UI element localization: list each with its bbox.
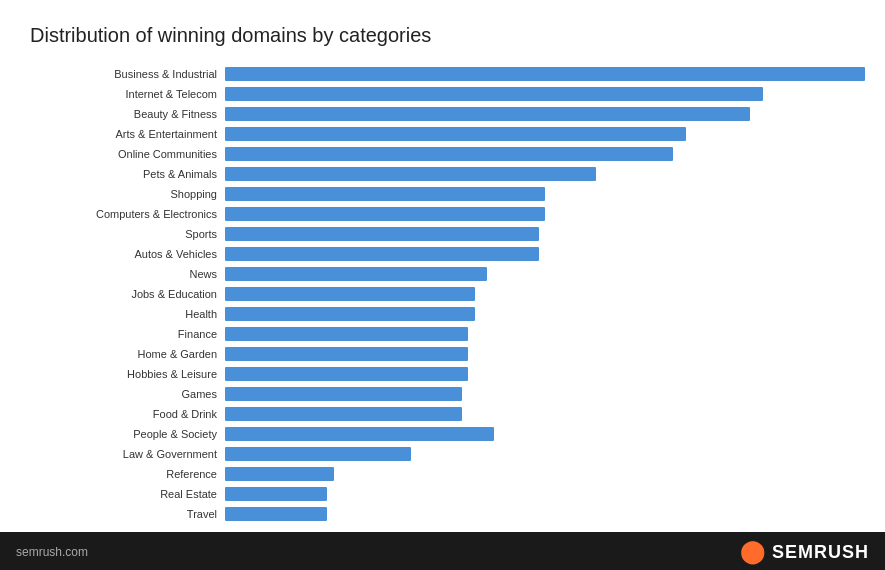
semrush-logo: ⬤ SEMRUSH	[740, 539, 869, 565]
bar-track	[225, 127, 865, 141]
bar-row: News	[30, 265, 865, 282]
bar-label: Hobbies & Leisure	[30, 368, 225, 380]
bar-fill	[225, 327, 468, 341]
bar-row: Arts & Entertainment	[30, 125, 865, 142]
chart-area: Business & IndustrialInternet & TelecomB…	[20, 65, 865, 522]
bar-row: Pets & Animals	[30, 165, 865, 182]
bar-track	[225, 247, 865, 261]
bar-track	[225, 87, 865, 101]
bar-fill	[225, 507, 327, 521]
bar-row: Real Estate	[30, 485, 865, 502]
bar-fill	[225, 267, 487, 281]
bar-row: Autos & Vehicles	[30, 245, 865, 262]
bar-row: Reference	[30, 465, 865, 482]
semrush-icon: ⬤	[740, 539, 766, 565]
bar-track	[225, 487, 865, 501]
bar-fill	[225, 307, 475, 321]
bar-track	[225, 407, 865, 421]
bar-track	[225, 287, 865, 301]
bar-track	[225, 67, 865, 81]
bar-row: Food & Drink	[30, 405, 865, 422]
bar-label: Business & Industrial	[30, 68, 225, 80]
bar-row: Jobs & Education	[30, 285, 865, 302]
bar-row: Hobbies & Leisure	[30, 365, 865, 382]
bar-label: Computers & Electronics	[30, 208, 225, 220]
bar-label: Beauty & Fitness	[30, 108, 225, 120]
bar-label: Travel	[30, 508, 225, 520]
bar-fill	[225, 407, 462, 421]
bar-row: Business & Industrial	[30, 65, 865, 82]
chart-container: Distribution of winning domains by categ…	[0, 0, 885, 532]
bar-track	[225, 387, 865, 401]
bar-label: Food & Drink	[30, 408, 225, 420]
bar-label: Online Communities	[30, 148, 225, 160]
bar-label: Shopping	[30, 188, 225, 200]
bar-fill	[225, 447, 411, 461]
bar-fill	[225, 167, 596, 181]
bar-row: Sports	[30, 225, 865, 242]
bar-row: Internet & Telecom	[30, 85, 865, 102]
bar-track	[225, 467, 865, 481]
bar-fill	[225, 287, 475, 301]
bar-row: Finance	[30, 325, 865, 342]
bar-fill	[225, 87, 763, 101]
bar-track	[225, 447, 865, 461]
bar-label: News	[30, 268, 225, 280]
bar-row: Games	[30, 385, 865, 402]
bar-track	[225, 227, 865, 241]
bar-fill	[225, 367, 468, 381]
bar-track	[225, 347, 865, 361]
bar-label: Health	[30, 308, 225, 320]
bar-label: People & Society	[30, 428, 225, 440]
bar-row: Travel	[30, 505, 865, 522]
chart-title: Distribution of winning domains by categ…	[30, 24, 865, 47]
bar-row: Computers & Electronics	[30, 205, 865, 222]
bar-fill	[225, 387, 462, 401]
bar-fill	[225, 247, 539, 261]
bar-track	[225, 167, 865, 181]
bar-track	[225, 427, 865, 441]
footer: semrush.com ⬤ SEMRUSH	[0, 532, 885, 570]
bar-fill	[225, 147, 673, 161]
bar-label: Law & Government	[30, 448, 225, 460]
bar-fill	[225, 67, 865, 81]
bar-track	[225, 307, 865, 321]
bar-label: Games	[30, 388, 225, 400]
bar-fill	[225, 127, 686, 141]
bar-label: Pets & Animals	[30, 168, 225, 180]
bar-row: Online Communities	[30, 145, 865, 162]
bar-fill	[225, 467, 334, 481]
bar-track	[225, 327, 865, 341]
bar-fill	[225, 347, 468, 361]
bar-track	[225, 147, 865, 161]
bar-track	[225, 207, 865, 221]
bar-fill	[225, 427, 494, 441]
bar-track	[225, 107, 865, 121]
bar-label: Jobs & Education	[30, 288, 225, 300]
bar-fill	[225, 227, 539, 241]
bar-label: Finance	[30, 328, 225, 340]
bar-fill	[225, 107, 750, 121]
bar-row: Law & Government	[30, 445, 865, 462]
footer-url: semrush.com	[16, 545, 88, 559]
bar-fill	[225, 207, 545, 221]
bar-track	[225, 187, 865, 201]
bar-track	[225, 367, 865, 381]
bar-label: Real Estate	[30, 488, 225, 500]
bar-label: Autos & Vehicles	[30, 248, 225, 260]
bar-row: Shopping	[30, 185, 865, 202]
bar-row: Beauty & Fitness	[30, 105, 865, 122]
bar-label: Internet & Telecom	[30, 88, 225, 100]
bar-row: Health	[30, 305, 865, 322]
bar-track	[225, 507, 865, 521]
bar-label: Reference	[30, 468, 225, 480]
bar-label: Sports	[30, 228, 225, 240]
bar-fill	[225, 487, 327, 501]
bar-track	[225, 267, 865, 281]
bar-label: Home & Garden	[30, 348, 225, 360]
brand-label: SEMRUSH	[772, 542, 869, 563]
bar-row: Home & Garden	[30, 345, 865, 362]
bar-row: People & Society	[30, 425, 865, 442]
bar-label: Arts & Entertainment	[30, 128, 225, 140]
bar-fill	[225, 187, 545, 201]
